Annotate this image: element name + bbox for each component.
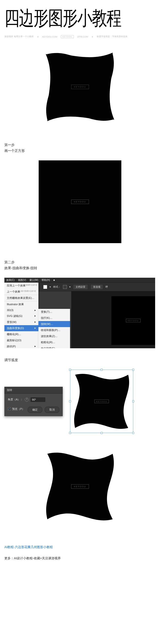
- menu-item-label: 路径(P): [7, 345, 16, 348]
- watermark-badge: KEYOOU: [126, 319, 141, 322]
- fill-swatch[interactable]: [43, 285, 47, 289]
- menu-item-label: 栅格化(R)…: [7, 332, 21, 336]
- submenu-item[interactable]: 粗糙化(R)…: [38, 339, 70, 345]
- submenu-item[interactable]: 收缩和膨胀(P)…: [38, 327, 70, 333]
- cancel-button[interactable]: 取消: [45, 407, 59, 413]
- submenu-item[interactable]: 扭转(W)…: [38, 321, 70, 327]
- page-title: 四边形图形小教程: [4, 5, 156, 32]
- selection-handle[interactable]: [101, 369, 103, 371]
- selection-handle[interactable]: [69, 369, 71, 371]
- submenu-item[interactable]: 扭拧(K)…: [38, 315, 70, 321]
- chevron-right-icon: ▸: [34, 314, 36, 318]
- dialog-preview-row: 扭转 角度（A）： ✔ 预览（P） 确定 取消: [4, 370, 156, 433]
- canvas-area: KEYOOU: [71, 291, 155, 348]
- menubar-item[interactable]: 窗口(W): [29, 278, 38, 282]
- footer-text: 更多：AI设计小教程-收藏+关注课游视界: [4, 556, 156, 560]
- angle-label: 角度（A）：: [8, 398, 23, 401]
- effects-menu: 应用上一个效果Shift+Ctrl+E上一个效果Alt+Shift+Ctrl+E…: [4, 282, 38, 348]
- chevron-right-icon: ▸: [34, 320, 36, 324]
- angle-picker-icon[interactable]: [25, 398, 29, 402]
- menu-item[interactable]: 3D(3)▸: [4, 308, 38, 313]
- menu-item[interactable]: 文档栅格效果设置(E)…: [4, 295, 38, 301]
- step-1-text: 画一个正方形: [4, 149, 156, 153]
- chevron-right-icon: ▸: [34, 345, 36, 348]
- menu-item-label: SVG 滤镜(G): [7, 314, 22, 318]
- selection-handle[interactable]: [132, 400, 134, 402]
- menu-item[interactable]: 扭曲和变换(D)▸: [4, 325, 38, 331]
- selection-handle[interactable]: [101, 432, 103, 434]
- style-arrow-icon[interactable]: ▾: [69, 286, 71, 288]
- distort-transform-submenu: 变换(T)…扭拧(K)…扭转(W)…收缩和膨胀(P)…波纹效果(Z)…粗糙化(R…: [38, 309, 70, 348]
- angle-input[interactable]: [31, 398, 45, 402]
- chevron-right-icon: ▸: [34, 326, 36, 330]
- hero-shape-wrap: KEYOOU: [4, 48, 156, 126]
- selection-handle[interactable]: [132, 432, 134, 434]
- doc-settings-button[interactable]: 文档设置: [73, 284, 88, 290]
- dot-icon: ★: [37, 36, 39, 38]
- adjust-label: 调节弧度: [4, 358, 156, 362]
- ok-button[interactable]: 确定: [28, 407, 42, 413]
- menu-item-label: 上一个效果: [7, 290, 20, 294]
- style-label: 样式：: [53, 285, 61, 289]
- menu-item-label: 裁剪标记(O): [7, 338, 21, 342]
- watermark-badge: KEYOOU: [71, 200, 89, 204]
- tagline-site2: ZITI8.COM: [77, 36, 88, 38]
- step-2-block: 第二步 效果-扭曲和变换-扭转: [4, 260, 156, 270]
- menu-item-label: 文档栅格效果设置(E)…: [7, 296, 34, 300]
- final-shape-wrap: KEYOOU: [4, 448, 156, 526]
- step-2-label: 第二步: [4, 260, 156, 264]
- submenu-item[interactable]: 自由扭曲(F)…: [38, 345, 70, 348]
- submenu-item[interactable]: 波纹效果(Z)…: [38, 333, 70, 339]
- tagline-row: 课游视界 每周分享一个小教程 ★ KEYOOU.COM KEYOOU ZITI8…: [4, 35, 156, 38]
- menu-item-label: Illustrator 效果: [7, 302, 24, 306]
- twist-dialog: 扭转 角度（A）： ✔ 预览（P） 确定 取消: [4, 387, 63, 416]
- menu-item-label: 3D(3): [7, 308, 14, 312]
- style-swatch[interactable]: [63, 285, 67, 289]
- menu-item-label: 扭曲和变换(D): [7, 326, 24, 330]
- hero-twisted-shape: KEYOOU: [41, 48, 119, 126]
- menu-item[interactable]: SVG 滤镜(G)▸: [4, 313, 38, 319]
- chevron-right-icon: ▸: [34, 308, 36, 312]
- selection-handle[interactable]: [132, 369, 134, 371]
- menu-item-shortcut: Alt+Shift+Ctrl+E: [20, 290, 36, 294]
- tagline-right: 标题字使用是：字体库房科技体: [97, 35, 127, 38]
- selection-bbox[interactable]: [70, 370, 133, 433]
- selection-handle[interactable]: [69, 400, 71, 402]
- adjust-block: 调节弧度: [4, 358, 156, 362]
- toolbar-more[interactable]: 呼: [106, 285, 108, 289]
- menu-item[interactable]: 栅格化(R)…: [4, 331, 38, 337]
- menu-item-label: 变形(W): [7, 320, 16, 324]
- brand-chip: KEYOOU: [61, 35, 74, 38]
- menubar-item[interactable]: 效果(C): [6, 278, 14, 282]
- menu-item[interactable]: 上一个效果Alt+Shift+Ctrl+E: [4, 289, 38, 295]
- square-wrap: KEYOOU: [4, 160, 156, 243]
- stroke-arrow-icon[interactable]: ▾: [50, 286, 51, 288]
- related-tutorial-link[interactable]: AI教程-六边形花瓣几何图形小教程: [4, 545, 156, 549]
- menu-item[interactable]: 裁剪标记(O): [4, 337, 38, 344]
- illustrator-menu-screenshot: 效果(C) 视图(V) 窗口(W) 帮助(H) ■ ▾ 样式： ▾ 文档设置 首…: [4, 278, 155, 348]
- menu-item[interactable]: 路径(P)▸: [4, 344, 38, 348]
- square-shape: KEYOOU: [39, 160, 121, 243]
- app-menubar: 效果(C) 视图(V) 窗口(W) 帮助(H) ■: [4, 278, 155, 282]
- prefs-button[interactable]: 首选项: [90, 284, 103, 290]
- menu-item[interactable]: 变形(W)▸: [4, 319, 38, 325]
- selection-handle[interactable]: [69, 432, 71, 434]
- menu-item-label: 应用上一个效果: [7, 284, 25, 288]
- tagline-site1: KEYOOU.COM: [42, 36, 57, 38]
- menubar-item[interactable]: ■: [53, 279, 55, 281]
- submenu-item[interactable]: 变换(T)…: [38, 309, 70, 315]
- canvas-black-square: KEYOOU: [111, 296, 155, 345]
- step-1-label: 第一步: [4, 143, 156, 147]
- tagline-left: 课游视界 每周分享一个小教程: [4, 35, 33, 38]
- step-2-text: 效果-扭曲和变换-扭转: [4, 266, 156, 270]
- dot-icon: ★: [91, 36, 93, 38]
- preview-checkbox[interactable]: ✔: [8, 408, 11, 410]
- menubar-item[interactable]: 视图(V): [18, 278, 26, 282]
- menu-item[interactable]: Illustrator 效果: [4, 301, 38, 308]
- menubar-item[interactable]: 帮助(H): [42, 278, 50, 282]
- menu-item[interactable]: 应用上一个效果Shift+Ctrl+E: [4, 282, 38, 289]
- preview-label: 预览（P）: [12, 407, 24, 411]
- dialog-title: 扭转: [4, 387, 63, 394]
- menu-item-shortcut: Shift+Ctrl+E: [25, 284, 37, 288]
- step-1-block: 第一步 画一个正方形: [4, 143, 156, 153]
